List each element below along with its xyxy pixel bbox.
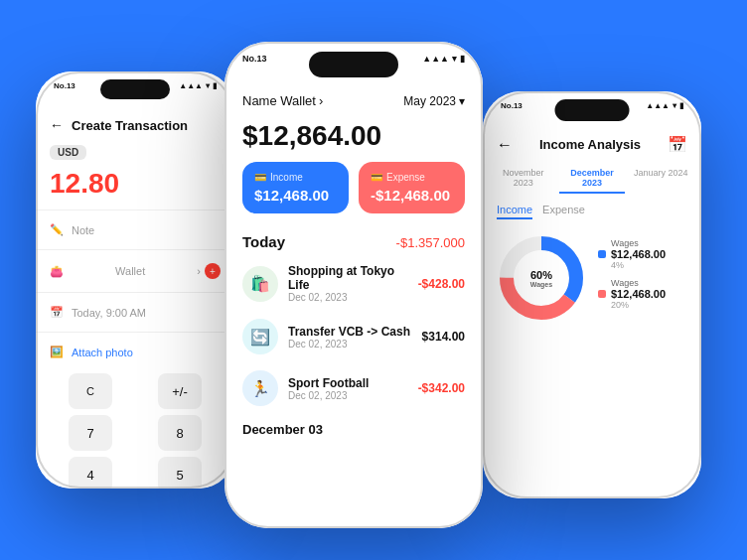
- legend-dot-2: [598, 290, 606, 298]
- legend-value-1: $12,468.00: [611, 248, 687, 260]
- wallet-label: Wallet: [115, 265, 145, 277]
- expense-card-label: 💳 Expense: [371, 172, 453, 183]
- legend-info-2: Wages $12,468.00 20%: [611, 278, 687, 310]
- currency-badge: USD: [36, 141, 234, 164]
- donut-chart: 60% Wages: [497, 233, 586, 323]
- txn-name-3: Sport Football: [288, 376, 408, 390]
- total-balance: $12,864.00: [224, 116, 483, 162]
- phone-center-status-right: ▲▲▲ ▾ ▮: [422, 54, 465, 64]
- wifi-icon: ▾: [206, 81, 210, 90]
- period-selector[interactable]: May 2023 ▾: [403, 94, 465, 108]
- txn-amount-1: -$428.00: [418, 277, 465, 291]
- photo-label: Attach photo: [72, 347, 133, 358]
- calendar-btn-right[interactable]: 📅: [668, 135, 687, 154]
- txn-date-1: Dec 02, 2023: [288, 292, 408, 303]
- donut-label: 60% Wages: [530, 269, 552, 288]
- datetime-label: Today, 9:00 AM: [72, 307, 146, 319]
- txn-date-2: Dec 02, 2023: [288, 339, 412, 350]
- signal-icon: ▲▲▲: [179, 81, 203, 90]
- datetime-row[interactable]: 📅 Today, 9:00 AM: [36, 299, 234, 326]
- phone-left-device-name: No.13: [54, 81, 75, 90]
- calendar-icon: 📅: [50, 306, 64, 319]
- key-plusminus[interactable]: +/-: [158, 373, 202, 409]
- period-chevron: ▾: [459, 94, 465, 108]
- keypad-row-2: 7 8: [46, 415, 224, 451]
- phone-right-status-right: ▲▲▲ ▾ ▮: [646, 101, 683, 110]
- transaction-3[interactable]: 🏃 Sport Football Dec 02, 2023 -$342.00: [224, 362, 483, 414]
- txn-icon-3: 🏃: [242, 370, 278, 406]
- phone-right-screen: No.13 ▲▲▲ ▾ ▮ ← Income Analysis 📅 Novemb…: [483, 91, 701, 498]
- expense-icon: 💳: [371, 172, 382, 183]
- month-jan[interactable]: January 2024: [629, 164, 693, 194]
- phone-right-title: Income Analysis: [513, 137, 668, 152]
- battery-icon-c: ▮: [460, 54, 465, 64]
- phone-left: No.13 ▲▲▲ ▾ ▮ ← Create Transaction USD 1…: [36, 71, 234, 489]
- wallet-chevron: ›: [319, 93, 323, 108]
- key-5[interactable]: 5: [158, 457, 202, 489]
- wallet-icon: 👛: [50, 265, 64, 278]
- chart-area: 60% Wages Wages $12,468.00 4%: [483, 225, 701, 331]
- transaction-1[interactable]: 🛍️ Shopping at Tokyo Life Dec 02, 2023 -…: [224, 256, 483, 311]
- key-8[interactable]: 8: [158, 415, 202, 451]
- expense-amount: -$12,468.00: [371, 187, 453, 204]
- note-row[interactable]: ✏️ Note: [36, 216, 234, 243]
- month-dec[interactable]: December 2023: [559, 164, 624, 194]
- key-7[interactable]: 7: [69, 415, 112, 451]
- phone-left-title: Create Transaction: [72, 118, 188, 133]
- wallet-name[interactable]: Name Wallet ›: [242, 93, 323, 108]
- txn-amount-2: $314.00: [422, 330, 465, 344]
- months-row: November 2023 December 2023 January 2024: [483, 160, 701, 198]
- txn-date-3: Dec 02, 2023: [288, 390, 408, 401]
- legend-label-2: Wages: [611, 278, 687, 288]
- tab-income[interactable]: Income: [497, 204, 532, 219]
- phone-left-status-right: ▲▲▲ ▾ ▮: [179, 81, 217, 90]
- month-nov[interactable]: November 2023: [491, 164, 555, 194]
- wallet-row[interactable]: 👛 Wallet › +: [36, 256, 234, 286]
- txn-amount-3: -$342.00: [418, 381, 465, 395]
- legend-info-1: Wages $12,468.00 4%: [611, 238, 687, 270]
- cards-row: 💳 Income $12,468.00 💳 Expense -$12,468.0…: [224, 162, 483, 227]
- today-amount: -$1.357.000: [396, 235, 465, 250]
- txn-name-1: Shopping at Tokyo Life: [288, 264, 408, 292]
- note-icon: ✏️: [50, 223, 64, 236]
- divider-4: [36, 332, 234, 333]
- phone-center: No.13 ▲▲▲ ▾ ▮ Name Wallet › May 2023 ▾ $: [224, 42, 483, 528]
- note-label: Note: [72, 224, 94, 236]
- transaction-2[interactable]: 🔄 Transfer VCB -> Cash Dec 02, 2023 $314…: [224, 311, 483, 362]
- txn-info-3: Sport Football Dec 02, 2023: [288, 376, 408, 401]
- legend-label-1: Wages: [611, 238, 687, 248]
- legend-pct-1: 4%: [611, 260, 687, 270]
- tab-expense[interactable]: Expense: [542, 204, 585, 219]
- keypad-row-1: C +/-: [46, 373, 224, 409]
- back-arrow-right[interactable]: ←: [497, 136, 513, 154]
- legend-value-2: $12,468.00: [611, 288, 687, 300]
- key-c[interactable]: C: [69, 373, 112, 409]
- expense-card[interactable]: 💳 Expense -$12,468.00: [359, 162, 465, 213]
- key-4[interactable]: 4: [69, 457, 112, 489]
- photo-row[interactable]: 🖼️ Attach photo: [36, 339, 234, 365]
- wifi-icon-c: ▾: [452, 54, 457, 64]
- phone-left-screen: No.13 ▲▲▲ ▾ ▮ ← Create Transaction USD 1…: [36, 71, 234, 489]
- income-card[interactable]: 💳 Income $12,468.00: [242, 162, 349, 213]
- legend-dot-1: [598, 250, 606, 258]
- today-label: Today: [242, 233, 285, 250]
- txn-icon-1: 🛍️: [242, 266, 278, 302]
- keypad-row-3: 4 5: [46, 457, 224, 489]
- phone-center-device-name: No.13: [242, 54, 267, 64]
- legend-area: Wages $12,468.00 4% Wages $12,468.00 20%: [598, 238, 687, 318]
- wifi-icon-r: ▾: [672, 101, 676, 110]
- add-wallet-btn[interactable]: +: [205, 263, 221, 279]
- phone-left-header: ← Create Transaction: [36, 109, 234, 141]
- income-icon: 💳: [254, 172, 266, 183]
- signal-icon-c: ▲▲▲: [422, 54, 449, 64]
- phone-right-header: ← Income Analysis 📅: [483, 129, 701, 160]
- type-tabs: Income Expense: [483, 198, 701, 225]
- battery-icon-r: ▮: [679, 101, 683, 110]
- legend-item-2: Wages $12,468.00 20%: [598, 278, 687, 310]
- photo-icon: 🖼️: [50, 346, 64, 358]
- back-arrow-icon[interactable]: ←: [50, 117, 64, 133]
- legend-item-1: Wages $12,468.00 4%: [598, 238, 687, 270]
- phone-center-header: Name Wallet › May 2023 ▾: [224, 85, 483, 116]
- wallet-right: › +: [197, 263, 221, 279]
- dec03-header: December 03: [224, 414, 483, 441]
